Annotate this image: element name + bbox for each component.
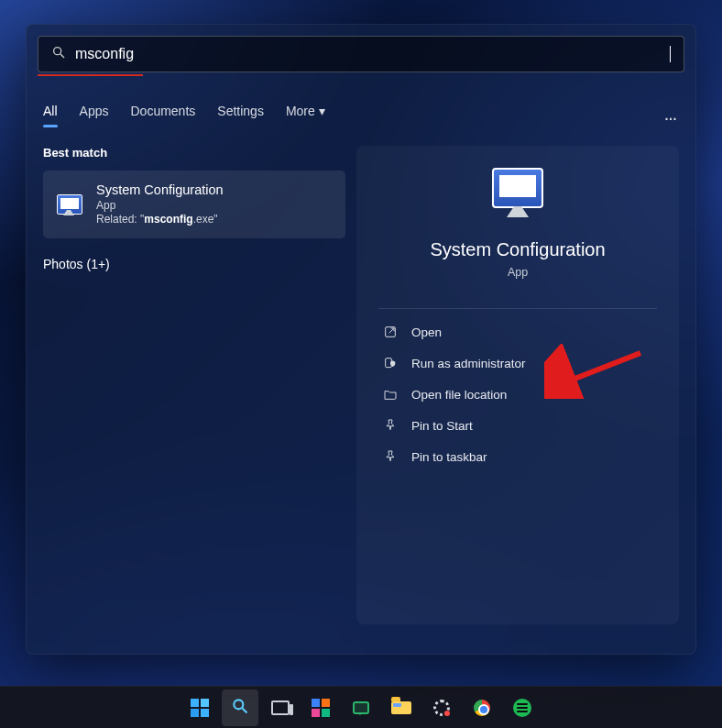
taskbar-app-button[interactable] — [423, 689, 460, 726]
task-view-icon — [271, 700, 290, 715]
taskbar-explorer-button[interactable] — [383, 689, 420, 726]
tab-all[interactable]: All — [43, 104, 58, 127]
spotify-icon — [513, 699, 531, 717]
best-match-heading: Best match — [43, 146, 345, 160]
more-options-button[interactable]: … — [664, 108, 679, 123]
chat-icon — [353, 701, 369, 714]
search-box[interactable] — [38, 36, 684, 72]
text-cursor — [670, 46, 671, 62]
chevron-down-icon: ▾ — [319, 104, 325, 118]
action-open-location[interactable]: Open file location — [378, 379, 657, 410]
pin-icon — [382, 417, 399, 434]
desktop-background: All Apps Documents Settings More ▾ … Bes… — [0, 0, 722, 728]
tab-apps[interactable]: Apps — [80, 104, 109, 127]
result-type: App — [96, 199, 115, 212]
svg-line-7 — [243, 708, 247, 712]
app-icon — [56, 191, 83, 218]
detail-app-icon — [378, 168, 657, 219]
action-open-location-label: Open file location — [411, 388, 507, 402]
detail-column: System Configuration App Open Run as adm… — [356, 146, 679, 624]
tab-more[interactable]: More ▾ — [286, 104, 325, 127]
action-pin-start-label: Pin to Start — [411, 419, 473, 433]
search-icon — [231, 697, 249, 719]
action-run-admin[interactable]: Run as administrator — [378, 347, 657, 379]
tab-documents[interactable]: Documents — [130, 104, 195, 127]
explorer-icon — [391, 701, 411, 714]
action-run-admin-label: Run as administrator — [411, 357, 526, 370]
result-related-suffix: .exe" — [193, 213, 218, 226]
start-search-panel: All Apps Documents Settings More ▾ … Bes… — [26, 24, 696, 655]
shield-icon — [382, 355, 399, 371]
svg-line-1 — [60, 54, 64, 58]
folder-icon — [382, 386, 399, 403]
taskbar-chat-button[interactable] — [343, 689, 379, 726]
svg-point-0 — [54, 48, 61, 55]
result-title: System Configuration — [96, 182, 224, 199]
action-pin-taskbar[interactable]: Pin to taskbar — [378, 441, 657, 472]
search-icon — [51, 45, 66, 63]
taskbar-widgets-button[interactable] — [302, 689, 339, 726]
start-icon — [191, 699, 209, 717]
divider — [378, 308, 657, 309]
taskbar-spotify-button[interactable] — [504, 689, 541, 726]
widgets-icon — [312, 699, 330, 717]
open-icon — [382, 324, 399, 340]
result-related-prefix: Related: " — [96, 213, 144, 226]
action-pin-start[interactable]: Pin to Start — [378, 410, 657, 441]
taskbar — [0, 686, 722, 728]
action-open-label: Open — [411, 325, 442, 339]
taskbar-task-view-button[interactable] — [262, 689, 299, 726]
action-pin-taskbar-label: Pin to taskbar — [411, 450, 487, 464]
tab-settings[interactable]: Settings — [217, 104, 264, 127]
ring-icon — [433, 700, 450, 716]
search-scope-tabs: All Apps Documents Settings More ▾ … — [27, 76, 695, 127]
chrome-icon — [474, 700, 490, 716]
pin-icon — [382, 448, 399, 465]
taskbar-chrome-button[interactable] — [464, 689, 500, 726]
tab-more-label: More — [286, 104, 315, 118]
result-system-configuration[interactable]: System Configuration App Related: "mscon… — [43, 171, 345, 238]
taskbar-search-button[interactable] — [222, 689, 258, 726]
results-column: Best match System Configuration App Rela… — [43, 146, 345, 624]
action-open[interactable]: Open — [378, 316, 657, 347]
photos-section[interactable]: Photos (1+) — [43, 257, 345, 271]
svg-point-6 — [234, 700, 243, 709]
taskbar-start-button[interactable] — [181, 689, 218, 726]
search-input[interactable] — [75, 46, 661, 62]
result-related-strong: msconfig — [144, 213, 192, 226]
